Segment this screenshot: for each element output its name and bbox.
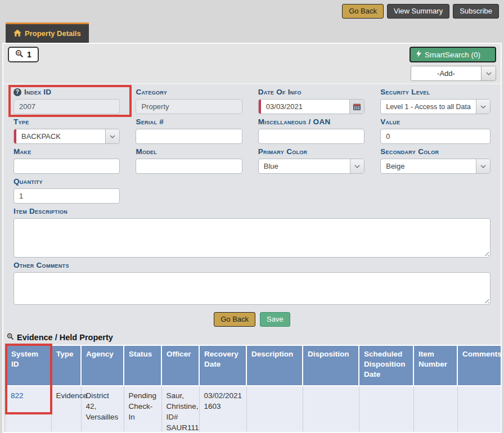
- date-of-info-label: Date Of Info: [258, 88, 364, 97]
- field-type: Type BACKPACK: [14, 118, 120, 144]
- secondary-color-label: Secondary Color: [380, 147, 490, 156]
- item-description-textarea[interactable]: [14, 218, 490, 258]
- cell-comments: [457, 386, 502, 433]
- col-officer[interactable]: Officer: [161, 345, 199, 386]
- field-make: Make: [14, 147, 120, 174]
- primary-color-value: Blue: [259, 162, 350, 170]
- date-of-info-input[interactable]: [259, 100, 349, 114]
- form-actions: Go Back Save: [3, 312, 501, 327]
- add-dropdown[interactable]: -Add-: [411, 66, 496, 81]
- model-label: Model: [136, 147, 242, 156]
- secondary-color-select[interactable]: Beige: [380, 159, 490, 174]
- table-header-row: System ID Type Agency Status Officer Rec…: [6, 345, 502, 386]
- item-description-label: Item Description: [14, 207, 490, 216]
- col-description[interactable]: Description: [246, 345, 303, 386]
- field-serial: Serial #: [136, 118, 242, 144]
- cell-description: [246, 386, 303, 433]
- cell-status: Pending Check-In: [124, 386, 161, 433]
- home-icon: [14, 29, 21, 38]
- main-panel: 1 SmartSearch (0) -Add- ?: [2, 43, 502, 433]
- model-input[interactable]: [136, 159, 241, 173]
- evidence-title: Evidence / Held Property: [17, 333, 113, 342]
- other-comments-textarea[interactable]: [14, 272, 490, 305]
- field-quantity: Quantity: [14, 177, 120, 204]
- field-security-level: Security Level Level 1 - Access to all D…: [380, 88, 490, 114]
- evidence-table: System ID Type Agency Status Officer Rec…: [6, 345, 502, 433]
- col-comments[interactable]: Comments: [457, 345, 502, 386]
- chevron-down-icon[interactable]: [105, 129, 119, 143]
- col-disposition[interactable]: Disposition: [303, 345, 359, 386]
- other-comments-label: Other Comments: [14, 261, 490, 270]
- cell-disposition: [303, 386, 359, 433]
- primary-color-select[interactable]: Blue: [258, 159, 364, 174]
- make-input[interactable]: [14, 159, 119, 173]
- property-form: ? Index ID Category Date Of Info Securit…: [3, 84, 501, 308]
- col-status[interactable]: Status: [124, 345, 161, 386]
- field-misc-oan: Miscellaneous / OAN: [258, 118, 364, 144]
- category-label: Category: [136, 88, 242, 97]
- top-action-bar: Go Back View Summary Subscribe: [0, 0, 504, 22]
- tab-label: Property Details: [25, 29, 81, 38]
- subscribe-button[interactable]: Subscribe: [453, 4, 499, 19]
- lightning-bolt-icon: [416, 50, 421, 59]
- save-button[interactable]: Save: [260, 312, 290, 327]
- add-dropdown-value: -Add-: [411, 69, 481, 78]
- quantity-input[interactable]: [14, 189, 119, 203]
- col-system-id[interactable]: System ID: [6, 345, 51, 386]
- tab-property-details[interactable]: Property Details: [6, 22, 89, 43]
- type-select[interactable]: BACKPACK: [14, 129, 120, 144]
- serial-input[interactable]: [136, 129, 241, 143]
- category-input[interactable]: [136, 100, 241, 114]
- index-id-input[interactable]: [14, 100, 119, 114]
- col-recovery-date[interactable]: Recovery Date: [199, 345, 246, 386]
- cell-type: Evidence: [51, 386, 81, 433]
- col-scheduled-disposition-date[interactable]: Scheduled Disposition Date: [359, 345, 413, 386]
- smartsearch-button[interactable]: SmartSearch (0): [410, 47, 496, 62]
- col-item-number[interactable]: Item Number: [413, 345, 457, 386]
- field-value: Value: [380, 118, 490, 144]
- misc-oan-input[interactable]: [259, 129, 364, 143]
- chevron-down-icon[interactable]: [476, 159, 490, 173]
- field-category: Category: [136, 88, 242, 114]
- cell-item-number: [413, 386, 457, 433]
- cell-officer: Saur, Christine, ID# SAUR111: [161, 386, 199, 433]
- tab-strip: Property Details: [0, 22, 504, 43]
- value-label: Value: [380, 118, 490, 127]
- security-level-value: Level 1 - Access to all Data: [381, 103, 476, 111]
- magnifier-icon: [7, 333, 14, 342]
- security-level-select[interactable]: Level 1 - Access to all Data: [380, 99, 490, 114]
- go-back-button[interactable]: Go Back: [214, 312, 255, 327]
- chevron-down-icon[interactable]: [350, 159, 364, 173]
- smartsearch-label: SmartSearch (0): [425, 51, 480, 59]
- field-item-description: Item Description: [14, 207, 490, 258]
- field-primary-color: Primary Color Blue: [258, 147, 364, 174]
- field-date-of-info: Date Of Info: [258, 88, 364, 114]
- index-id-label: Index ID: [24, 88, 51, 97]
- system-id-link[interactable]: 822: [11, 391, 24, 400]
- security-level-label: Security Level: [380, 88, 490, 97]
- view-summary-button[interactable]: View Summary: [387, 4, 449, 19]
- type-label: Type: [14, 118, 120, 127]
- type-value: BACKPACK: [14, 132, 105, 141]
- cell-recovery-date: 03/02/2021 1603: [199, 386, 246, 433]
- field-secondary-color: Secondary Color Beige: [380, 147, 490, 174]
- primary-color-label: Primary Color: [258, 147, 364, 156]
- cell-system-id: 822: [6, 386, 51, 433]
- record-count: 1: [27, 50, 32, 59]
- evidence-table-wrap: System ID Type Agency Status Officer Rec…: [6, 345, 502, 433]
- calendar-icon[interactable]: [349, 100, 364, 114]
- col-type[interactable]: Type: [51, 345, 81, 386]
- cell-agency: District 42, Versailles: [81, 386, 124, 433]
- value-input[interactable]: [381, 129, 490, 143]
- panel-toolbar: 1 SmartSearch (0) -Add-: [3, 44, 501, 84]
- col-agency[interactable]: Agency: [81, 345, 124, 386]
- evidence-section: Evidence / Held Property System ID Type …: [3, 333, 501, 433]
- quantity-label: Quantity: [14, 177, 120, 186]
- chevron-down-icon[interactable]: [476, 100, 490, 114]
- chevron-down-icon[interactable]: [481, 66, 496, 80]
- go-back-button-top[interactable]: Go Back: [342, 4, 384, 19]
- record-count-button[interactable]: 1: [8, 47, 39, 62]
- help-icon[interactable]: ?: [14, 88, 21, 96]
- secondary-color-value: Beige: [381, 162, 476, 170]
- magnifier-icon: [15, 49, 24, 60]
